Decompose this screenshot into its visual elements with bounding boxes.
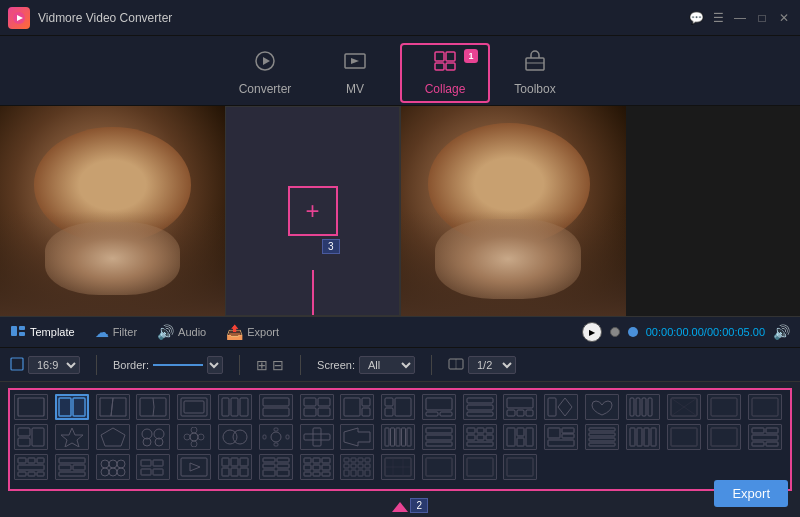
grid-icon-1[interactable]: ⊞	[256, 357, 268, 373]
template-circles-6[interactable]	[96, 454, 130, 480]
toolbar-audio[interactable]: 🔊 Audio	[157, 324, 206, 340]
toolbar-filter[interactable]: ☁ Filter	[95, 324, 137, 340]
svg-rect-45	[467, 412, 493, 416]
svg-rect-101	[517, 428, 524, 436]
svg-marker-145	[190, 463, 200, 471]
template-curved-split[interactable]	[136, 394, 170, 420]
template-r3-last1[interactable]	[381, 454, 415, 480]
svg-rect-27	[240, 398, 248, 416]
tab-converter[interactable]: Converter	[220, 43, 310, 103]
window-menu-btn[interactable]: ☰	[710, 10, 726, 26]
svg-rect-123	[18, 458, 26, 463]
window-close-btn[interactable]: ✕	[776, 10, 792, 26]
template-single[interactable]	[14, 394, 48, 420]
template-placeholder-1[interactable]	[667, 394, 701, 420]
template-circles-4[interactable]	[136, 424, 170, 450]
template-2x4[interactable]	[259, 454, 293, 480]
svg-rect-185	[507, 458, 533, 476]
play-button[interactable]: ▶	[582, 322, 602, 342]
svg-rect-146	[222, 458, 229, 466]
template-big-left[interactable]	[340, 394, 374, 420]
template-heart[interactable]	[585, 394, 619, 420]
template-arrows[interactable]	[340, 424, 374, 450]
template-wide-center[interactable]	[177, 394, 211, 420]
svg-rect-176	[351, 470, 356, 476]
template-3rows-eq[interactable]	[422, 424, 456, 450]
template-2split-para[interactable]	[96, 394, 130, 420]
template-star[interactable]	[55, 424, 89, 450]
template-2circles[interactable]	[218, 424, 252, 450]
border-control: Border: ▼	[113, 356, 223, 374]
template-complex-1[interactable]	[503, 424, 537, 450]
template-r2-last2[interactable]	[707, 424, 741, 450]
audio-icon: 🔊	[157, 324, 174, 340]
template-3x3[interactable]	[300, 454, 334, 480]
add-video-placeholder[interactable]: +	[288, 186, 338, 236]
aspect-ratio-select[interactable]: 16:9 4:3 1:1	[28, 356, 80, 374]
nav-tabs: Converter MV Collage 1	[0, 36, 800, 106]
svg-rect-157	[277, 470, 289, 476]
toolbar-template[interactable]: Template	[10, 324, 75, 340]
template-big-right[interactable]	[381, 394, 415, 420]
aspect-ratio-selector[interactable]: 16:9 4:3 1:1	[10, 356, 80, 374]
template-r3-last3[interactable]	[463, 454, 497, 480]
window-maximize-btn[interactable]: □	[754, 10, 770, 26]
template-pentagon[interactable]	[96, 424, 130, 450]
svg-rect-60	[752, 398, 778, 416]
template-gear[interactable]	[259, 424, 293, 450]
template-play-layout[interactable]	[177, 454, 211, 480]
template-r3-last2[interactable]	[422, 454, 456, 480]
tab-toolbox[interactable]: Toolbox	[490, 43, 580, 103]
template-h-stacked[interactable]	[259, 394, 293, 420]
svg-rect-36	[362, 408, 370, 416]
svg-rect-100	[507, 428, 515, 446]
window-minimize-btn[interactable]: —	[732, 10, 748, 26]
svg-rect-113	[637, 428, 642, 446]
template-4x4[interactable]	[340, 454, 374, 480]
template-3col[interactable]	[218, 394, 252, 420]
template-diamond[interactable]	[544, 394, 578, 420]
template-4grid[interactable]	[300, 394, 334, 420]
svg-rect-121	[752, 442, 764, 446]
template-cross[interactable]	[300, 424, 334, 450]
grid-icon-2[interactable]: ⊟	[272, 357, 284, 373]
template-5strips[interactable]	[381, 424, 415, 450]
template-r3-2[interactable]	[14, 454, 48, 480]
template-r3-last4[interactable]	[503, 454, 537, 480]
size-select[interactable]: 1/2 1/3 Full	[468, 356, 516, 374]
template-complex-2[interactable]	[544, 424, 578, 450]
template-squares-4[interactable]	[136, 454, 170, 480]
svg-rect-91	[426, 435, 452, 440]
template-5split[interactable]	[626, 394, 660, 420]
template-2split-h[interactable]	[55, 394, 89, 420]
template-3row[interactable]	[463, 394, 497, 420]
tab-collage[interactable]: Collage 1	[400, 43, 490, 103]
svg-rect-22	[140, 398, 166, 416]
template-4col[interactable]	[626, 424, 660, 450]
template-r3-3[interactable]	[55, 454, 89, 480]
template-mixed-1[interactable]	[503, 394, 537, 420]
svg-rect-166	[322, 472, 330, 476]
export-button[interactable]: Export	[714, 480, 788, 507]
template-6grid[interactable]	[218, 454, 252, 480]
size-control[interactable]: 1/2 1/3 Full	[448, 356, 516, 374]
template-r2-last1[interactable]	[667, 424, 701, 450]
grid-controls: ⊞ ⊟	[256, 357, 284, 373]
window-message-btn[interactable]: 💬	[688, 10, 704, 26]
toolbar-export[interactable]: 📤 Export	[226, 324, 279, 340]
svg-rect-59	[711, 398, 737, 416]
prev-frame-btn[interactable]	[610, 327, 620, 337]
template-placeholder-3[interactable]	[748, 394, 782, 420]
template-top-big[interactable]	[422, 394, 456, 420]
template-4rows[interactable]	[585, 424, 619, 450]
template-2x3[interactable]	[463, 424, 497, 450]
template-r2-1[interactable]	[14, 424, 48, 450]
template-placeholder-2[interactable]	[707, 394, 741, 420]
volume-icon[interactable]: 🔊	[773, 324, 790, 340]
app-title: Vidmore Video Converter	[38, 11, 688, 25]
screen-select[interactable]: All Left Right	[359, 356, 415, 374]
border-color-select[interactable]: ▼	[207, 356, 223, 374]
template-r3-1[interactable]	[748, 424, 782, 450]
tab-mv[interactable]: MV	[310, 43, 400, 103]
template-flower[interactable]	[177, 424, 211, 450]
